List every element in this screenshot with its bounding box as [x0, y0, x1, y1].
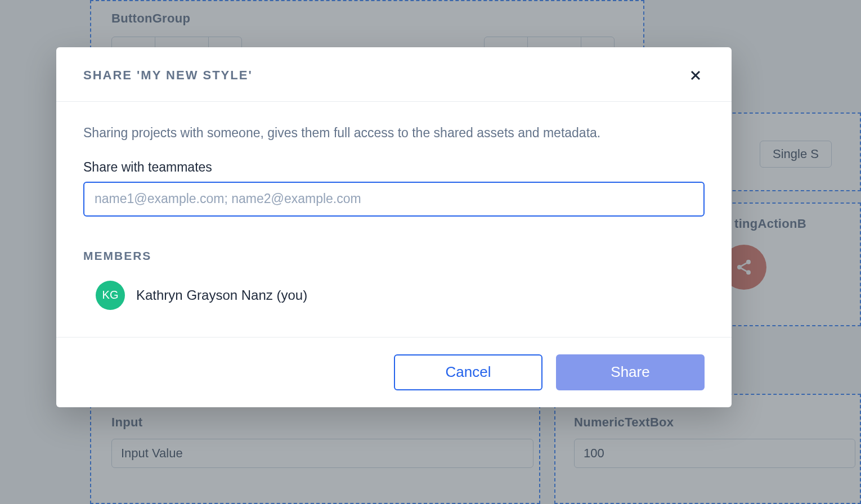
avatar: KG — [96, 281, 125, 310]
close-icon — [689, 69, 702, 82]
share-description: Sharing projects with someone, gives the… — [83, 123, 705, 143]
share-with-label: Share with teammates — [83, 160, 705, 175]
modal-title: SHARE 'MY NEW STYLE' — [83, 68, 253, 83]
close-button[interactable] — [687, 66, 705, 84]
modal-footer: Cancel Share — [56, 337, 732, 407]
cancel-button[interactable]: Cancel — [394, 354, 542, 390]
email-input[interactable] — [83, 182, 705, 217]
modal-header: SHARE 'MY NEW STYLE' — [56, 47, 732, 102]
share-button[interactable]: Share — [556, 354, 705, 390]
members-heading: MEMBERS — [83, 249, 705, 263]
share-modal: SHARE 'MY NEW STYLE' Sharing projects wi… — [56, 47, 732, 407]
modal-body: Sharing projects with someone, gives the… — [56, 102, 732, 337]
member-row: KG Kathryn Grayson Nanz (you) — [83, 281, 705, 310]
member-name: Kathryn Grayson Nanz (you) — [136, 287, 307, 303]
